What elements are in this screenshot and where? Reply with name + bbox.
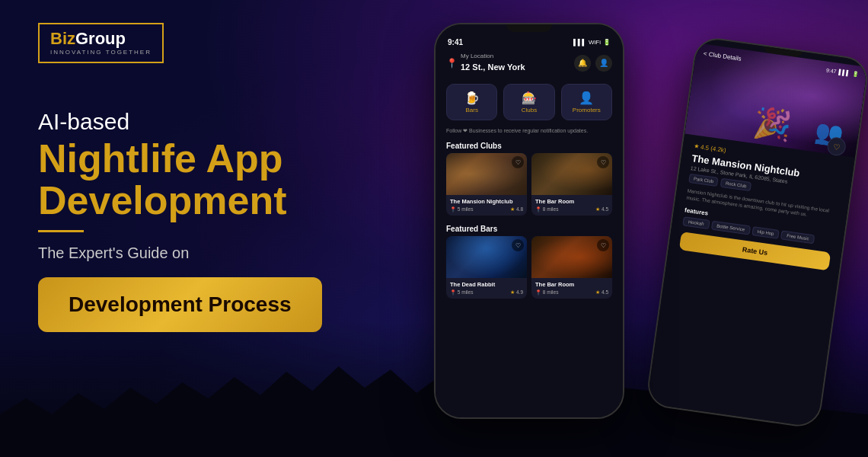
- status-time: 9:41: [448, 38, 463, 46]
- bar-card-deadrabbit-img: ♡: [446, 236, 527, 278]
- category-grid: 🍺 Bars 🎰 Clubs 👤 Promoters: [436, 79, 623, 125]
- phone2-status: 9:47 ▌▌▌ 🔋: [825, 67, 859, 78]
- main-title: Nightlife App Development: [38, 138, 396, 221]
- club-rating: ★ 4.8: [510, 206, 523, 213]
- notification-icon: 🔔: [574, 55, 591, 72]
- bar-card-deadrabbit[interactable]: ♡ The Dead Rabbit 📍 5 miles ★ 4.9: [446, 236, 527, 299]
- phone-notch: [506, 24, 552, 32]
- club-meta-2: 📍 8 miles ★ 4.5: [535, 206, 608, 213]
- logo-group: Group: [75, 29, 126, 48]
- promoters-icon: 👤: [565, 91, 608, 105]
- featured-bars-grid: ♡ The Dead Rabbit 📍 5 miles ★ 4.9 ♡: [436, 236, 623, 303]
- logo-text: BizGroup: [50, 30, 126, 47]
- featured-clubs-grid: ♡ The Mansion Nightclub 📍 5 miles ★ 4.8 …: [436, 153, 623, 220]
- bar-card-info-2: The Bar Room 📍 8 miles ★ 4.5: [531, 278, 612, 299]
- bar-meta: 📍 5 miles ★ 4.9: [450, 289, 523, 296]
- bar-rating: ★ 4.9: [510, 289, 523, 296]
- favorite-icon-4[interactable]: ♡: [597, 239, 609, 251]
- location-text: My Location 12 St., New York: [461, 53, 525, 73]
- left-panel: BizGroup INNOVATING TOGETHER AI-based Ni…: [0, 0, 434, 457]
- club-detail-body: ★ 4.5 (4.2k) The Mansion Nightclub 12 La…: [668, 133, 855, 280]
- featured-clubs-title: Featured Clubs: [436, 137, 623, 153]
- bars-icon: 🍺: [450, 91, 493, 105]
- phones-area: 9:41 ▌▌▌ WiFi 🔋 📍 My Location 12 St., Ne…: [396, 0, 868, 457]
- bar-meta-2: 📍 8 miles ★ 4.5: [535, 289, 608, 296]
- location-info: 📍 My Location 12 St., New York: [446, 53, 525, 73]
- bars-label: Bars: [465, 107, 477, 113]
- gold-divider: [38, 230, 84, 232]
- wifi-icon: WiFi: [589, 39, 601, 46]
- club-crowd-image: 🎉: [752, 104, 794, 145]
- bar-name-2: The Bar Room: [535, 281, 608, 288]
- club-card-mansion[interactable]: ♡ The Mansion Nightclub 📍 5 miles ★ 4.8: [446, 153, 527, 216]
- phone2-battery: 🔋: [852, 71, 860, 78]
- signal-icon: ▌▌▌: [573, 39, 586, 46]
- rating-value: 4.5 (4.2k): [700, 144, 726, 155]
- phone2-signal: ▌▌▌: [838, 69, 850, 77]
- favorite-icon[interactable]: ♡: [512, 156, 524, 168]
- club-card-barroom-img: ♡: [531, 153, 612, 195]
- status-icons: ▌▌▌ WiFi 🔋: [573, 39, 611, 46]
- club-card-info-2: The Bar Room 📍 8 miles ★ 4.5: [531, 195, 612, 216]
- location-pin-icon: 📍: [446, 58, 458, 69]
- phone-main-screen: 9:41 ▌▌▌ WiFi 🔋 📍 My Location 12 St., Ne…: [436, 24, 623, 417]
- rating-stars: ★: [693, 142, 699, 150]
- feature-free-music: Free Music: [780, 231, 815, 244]
- club-distance-2: 📍 8 miles: [535, 206, 558, 213]
- location-value: 12 St., New York: [461, 62, 525, 72]
- clubs-icon: 🎰: [507, 91, 550, 105]
- featured-bars-title: Featured Bars: [436, 220, 623, 236]
- logo-biz: Biz: [50, 29, 75, 48]
- club-name-2: The Bar Room: [535, 198, 608, 205]
- bar-name: The Dead Rabbit: [450, 281, 523, 288]
- logo-box: BizGroup INNOVATING TOGETHER: [38, 23, 164, 63]
- avatar-icon: 👤: [595, 55, 612, 72]
- tag-park-club: Park Club: [688, 174, 719, 187]
- club-card-info: The Mansion Nightclub 📍 5 miles ★ 4.8: [446, 195, 527, 216]
- bar-card-barroom[interactable]: ♡ The Bar Room 📍 8 miles ★ 4.5: [531, 236, 612, 299]
- favorite-icon-2[interactable]: ♡: [597, 156, 609, 168]
- back-label: < Club Details: [703, 50, 742, 62]
- cta-button[interactable]: Development Process: [38, 277, 322, 332]
- heading-area: AI-based Nightlife App Development The E…: [38, 109, 396, 332]
- phone-secondary: < Club Details 9:47 ▌▌▌ 🔋 🎉 ♡ ★ 4.5 (4.2…: [645, 35, 868, 429]
- back-button[interactable]: < Club Details: [703, 50, 742, 62]
- club-name: The Mansion Nightclub: [450, 198, 523, 205]
- prefix-text: AI-based: [38, 109, 396, 135]
- club-card-mansion-img: ♡: [446, 153, 527, 195]
- main-title-line1: Nightlife App: [38, 136, 283, 181]
- battery-icon: 🔋: [603, 39, 611, 46]
- category-clubs[interactable]: 🎰 Clubs: [503, 84, 554, 120]
- category-promoters[interactable]: 👤 Promoters: [561, 84, 612, 120]
- bar-distance-2: 📍 8 miles: [535, 289, 558, 296]
- logo-tagline: INNOVATING TOGETHER: [50, 49, 152, 56]
- bar-card-info: The Dead Rabbit 📍 5 miles ★ 4.9: [446, 278, 527, 299]
- logo-area: BizGroup INNOVATING TOGETHER: [38, 23, 396, 63]
- feature-hookah: Hookah: [682, 216, 710, 229]
- cta-label: Development Process: [69, 292, 292, 316]
- club-rating-2: ★ 4.5: [595, 206, 608, 213]
- location-label: My Location: [461, 53, 525, 59]
- phone2-time: 9:47: [825, 67, 837, 75]
- phone2-screen: < Club Details 9:47 ▌▌▌ 🔋 🎉 ♡ ★ 4.5 (4.2…: [646, 37, 868, 428]
- tag-rock-club: Rock Club: [720, 178, 752, 191]
- favorite-icon-3[interactable]: ♡: [512, 239, 524, 251]
- feature-hip-hop: Hip Hop: [752, 226, 780, 239]
- subtitle-text: The Expert's Guide on: [38, 244, 396, 262]
- header-action-icons: 🔔 👤: [574, 55, 612, 72]
- main-title-line2: Development: [38, 178, 287, 222]
- status-bar: 9:41 ▌▌▌ WiFi 🔋: [436, 32, 623, 50]
- club-card-barroom[interactable]: ♡ The Bar Room 📍 8 miles ★ 4.5: [531, 153, 612, 216]
- bar-card-barroom-img: ♡: [531, 236, 612, 278]
- phone-main: 9:41 ▌▌▌ WiFi 🔋 📍 My Location 12 St., Ne…: [434, 23, 624, 419]
- bar-distance: 📍 5 miles: [450, 289, 473, 296]
- clubs-label: Clubs: [522, 107, 537, 113]
- feature-bottle-service: Bottle Service: [711, 221, 751, 235]
- club-meta: 📍 5 miles ★ 4.8: [450, 206, 523, 213]
- promoters-label: Promoters: [573, 107, 601, 113]
- location-bar: 📍 My Location 12 St., New York 🔔 👤: [436, 50, 623, 79]
- follow-text: Follow ❤ Businesses to receive regular n…: [436, 125, 623, 137]
- bar-rating-2: ★ 4.5: [595, 289, 608, 296]
- category-bars[interactable]: 🍺 Bars: [446, 84, 497, 120]
- club-distance: 📍 5 miles: [450, 206, 473, 213]
